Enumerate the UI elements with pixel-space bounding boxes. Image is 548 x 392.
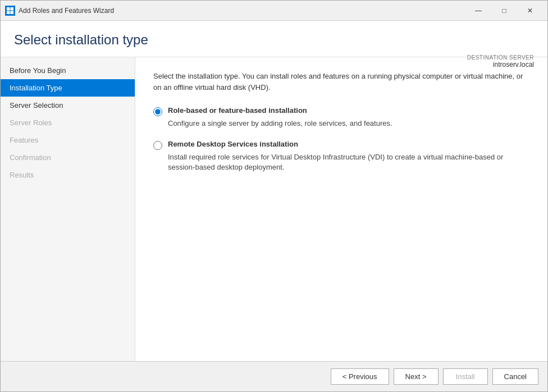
close-button[interactable]: ✕ <box>517 1 543 21</box>
main-window: Add Roles and Features Wizard — □ ✕ Sele… <box>0 0 548 392</box>
content-area: Select the installation type. You can in… <box>135 57 547 361</box>
content-description: Select the installation type. You can in… <box>153 71 529 93</box>
radio-role-based[interactable] <box>153 107 162 116</box>
title-bar: Add Roles and Features Wizard — □ ✕ <box>1 1 547 21</box>
sidebar-item-server-roles: Server Roles <box>1 114 135 131</box>
page-title: Select installation type <box>14 32 534 48</box>
option-remote-desktop-desc: Install required role services for Virtu… <box>168 152 529 172</box>
window-controls: — □ ✕ <box>465 1 543 21</box>
option-role-based-label[interactable]: Role-based or feature-based installation <box>153 106 529 116</box>
previous-button[interactable]: < Previous <box>331 368 389 385</box>
sidebar-item-confirmation: Confirmation <box>1 149 135 166</box>
minimize-button[interactable]: — <box>465 1 491 21</box>
sidebar-item-server-selection[interactable]: Server Selection <box>1 97 135 114</box>
sidebar-item-before-you-begin[interactable]: Before You Begin <box>1 62 135 79</box>
install-button[interactable]: Install <box>443 368 488 385</box>
radio-remote-desktop[interactable] <box>153 141 162 150</box>
svg-rect-0 <box>7 7 10 11</box>
option-role-based-desc: Configure a single server by adding role… <box>168 118 529 129</box>
sidebar-item-results: Results <box>1 166 135 184</box>
next-button[interactable]: Next > <box>394 368 439 385</box>
option-remote-desktop: Remote Desktop Services installation Ins… <box>153 140 529 172</box>
window-title: Add Roles and Features Wizard <box>19 7 465 15</box>
page-header: Select installation type DESTINATION SER… <box>1 21 547 57</box>
option-role-based-content: Role-based or feature-based installation <box>168 106 307 115</box>
option-role-based-title: Role-based or feature-based installation <box>168 106 307 115</box>
sidebar-item-installation-type[interactable]: Installation Type <box>1 79 135 97</box>
app-icon <box>5 6 15 16</box>
option-role-based: Role-based or feature-based installation… <box>153 106 529 129</box>
option-remote-desktop-content: Remote Desktop Services installation <box>168 140 298 148</box>
sidebar-item-features: Features <box>1 131 135 149</box>
option-remote-desktop-label[interactable]: Remote Desktop Services installation <box>153 140 529 150</box>
footer: < Previous Next > Install Cancel <box>1 361 547 391</box>
main-content: Before You Begin Installation Type Serve… <box>1 57 547 361</box>
cancel-button[interactable]: Cancel <box>492 368 538 385</box>
sidebar: Before You Begin Installation Type Serve… <box>1 57 135 361</box>
svg-rect-1 <box>11 7 14 11</box>
svg-rect-3 <box>11 11 14 14</box>
maximize-button[interactable]: □ <box>491 1 517 21</box>
svg-rect-2 <box>7 11 10 14</box>
option-remote-desktop-title: Remote Desktop Services installation <box>168 140 298 148</box>
